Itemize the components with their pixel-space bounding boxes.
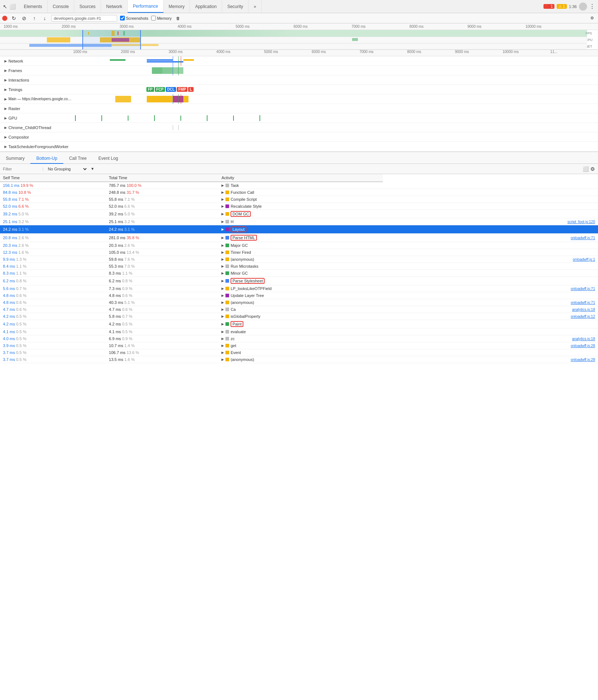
table-row[interactable]: 3.7 ms 0.5 %13.5 ms 1.6 % ▶ (anonymous)o…: [0, 356, 598, 363]
cell-link[interactable]: onloadwff.js:28: [383, 356, 598, 363]
tab-sources[interactable]: Sources: [74, 0, 101, 13]
cell-link[interactable]: onloadwff.js:12: [383, 313, 598, 320]
track-gpu-label[interactable]: ▶ GPU: [0, 116, 73, 120]
expand-arrow[interactable]: ▶: [4, 107, 7, 110]
filter-input[interactable]: [3, 167, 40, 171]
th-total-time[interactable]: Total Time: [106, 174, 219, 182]
table-row[interactable]: 9.9 ms 1.3 %59.8 ms 7.6 % ▶ (anonymous)o…: [0, 256, 598, 263]
table-row[interactable]: 24.2 ms 3.1 %24.2 ms 3.1 % ▶ Layout: [0, 225, 598, 234]
cell-link[interactable]: onloadwff.js:28: [383, 342, 598, 349]
tab-elements[interactable]: Elements: [19, 0, 48, 13]
track-raster-label[interactable]: ▶ Raster: [0, 106, 73, 111]
cell-link[interactable]: onloadwff.js:71: [383, 234, 598, 242]
table-row[interactable]: 3.9 ms 0.5 %10.7 ms 1.4 % ▶ getonloadwff…: [0, 342, 598, 349]
menu-icon[interactable]: ⋮: [589, 3, 595, 10]
refresh-button[interactable]: ↻: [10, 15, 18, 22]
table-row[interactable]: 25.1 ms 3.2 %25.1 ms 3.2 % ▶ Hscript_foo…: [0, 218, 598, 225]
track-compositor-label[interactable]: ▶ Compositor: [0, 135, 73, 139]
cell-link[interactable]: [383, 225, 598, 234]
table-row[interactable]: 4.8 ms 0.6 %40.3 ms 5.1 % ▶ (anonymous)o…: [0, 299, 598, 306]
screenshots-checkbox[interactable]: [120, 16, 125, 20]
cell-link[interactable]: [383, 203, 598, 210]
cell-link[interactable]: [383, 189, 598, 196]
table-row[interactable]: 4.8 ms 0.6 %4.8 ms 0.6 % ▶ Update Layer …: [0, 292, 598, 299]
tab-summary[interactable]: Summary: [0, 154, 30, 164]
screenshots-checkbox-label[interactable]: Screenshots: [120, 16, 148, 20]
cell-link[interactable]: [383, 242, 598, 249]
profile-icon[interactable]: [579, 3, 587, 11]
cell-link[interactable]: [383, 320, 598, 328]
cell-link[interactable]: onloadwff.js:71: [383, 285, 598, 292]
table-row[interactable]: 20.3 ms 2.6 %20.3 ms 2.6 % ▶ Major GC: [0, 242, 598, 249]
collapse-icon[interactable]: ⬜: [583, 166, 589, 172]
table-row[interactable]: 84.8 ms 10.8 %248.8 ms 31.7 % ▶ Function…: [0, 189, 598, 196]
table-row[interactable]: 4.2 ms 0.5 %5.8 ms 0.7 % ▶ isGlobalPrope…: [0, 313, 598, 320]
table-row[interactable]: 8.4 ms 1.1 %55.3 ms 7.0 % ▶ Run Microtas…: [0, 263, 598, 270]
upload-button[interactable]: ↑: [31, 15, 38, 22]
tab-security[interactable]: Security: [222, 0, 248, 13]
expand-arrow[interactable]: ▶: [4, 97, 7, 101]
cell-link[interactable]: [383, 196, 598, 203]
track-timings-label[interactable]: ▶ Timings: [0, 87, 73, 92]
tab-console[interactable]: Console: [48, 0, 74, 13]
settings-button[interactable]: ⚙: [588, 15, 596, 22]
th-self-time[interactable]: Self Time: [0, 174, 106, 182]
cell-link[interactable]: onloadwff.js:1: [383, 256, 598, 263]
stop-button[interactable]: ⊘: [20, 15, 28, 22]
table-row[interactable]: 12.3 ms 1.6 %105.0 ms 13.4 % ▶ Timer Fir…: [0, 249, 598, 256]
track-main-label[interactable]: ▶ Main — https://developers.google.com/w…: [0, 97, 73, 101]
cell-link[interactable]: [383, 277, 598, 285]
expand-arrow[interactable]: ▶: [4, 88, 7, 91]
device-icon[interactable]: ⬜: [10, 4, 16, 10]
table-row[interactable]: 4.7 ms 0.6 %4.7 ms 0.6 % ▶ Caanalytics.j…: [0, 306, 598, 313]
cell-link[interactable]: analytics.js:18: [383, 335, 598, 342]
memory-checkbox[interactable]: [151, 16, 156, 20]
expand-arrow[interactable]: ▶: [4, 59, 7, 63]
cell-link[interactable]: [383, 270, 598, 277]
track-frames-label[interactable]: ▶ Frames: [0, 68, 73, 73]
grouping-select[interactable]: No Grouping Group by Activity Group by C…: [46, 166, 88, 172]
cursor-icon[interactable]: ↖: [3, 4, 7, 10]
tab-call-tree[interactable]: Call Tree: [63, 154, 93, 164]
track-network-label[interactable]: ▶ Network: [0, 59, 73, 63]
cell-link[interactable]: [383, 249, 598, 256]
cell-link[interactable]: [383, 328, 598, 335]
table-row[interactable]: 52.0 ms 6.6 %52.0 ms 6.6 % ▶ Recalculate…: [0, 203, 598, 210]
table-row[interactable]: 3.7 ms 0.5 %106.7 ms 13.6 % ▶ Event: [0, 349, 598, 356]
expand-arrow[interactable]: ▶: [4, 126, 7, 129]
cell-link[interactable]: [383, 292, 598, 299]
cell-link[interactable]: [383, 182, 598, 189]
tab-bottom-up[interactable]: Bottom-Up: [30, 154, 63, 164]
tab-event-log[interactable]: Event Log: [93, 154, 124, 164]
tab-application[interactable]: Application: [190, 0, 222, 13]
table-row[interactable]: 39.2 ms 5.0 %39.2 ms 5.0 % ▶ DOM GC: [0, 210, 598, 218]
table-row[interactable]: 8.3 ms 1.1 %8.3 ms 1.1 % ▶ Minor GC: [0, 270, 598, 277]
cell-link[interactable]: onloadwff.js:71: [383, 299, 598, 306]
track-taskscheduler-label[interactable]: ▶ TaskSchedulerForegroundWorker: [0, 144, 73, 149]
cell-link[interactable]: [383, 263, 598, 270]
table-row[interactable]: 5.6 ms 0.7 %7.3 ms 0.9 % ▶ LP_looksLikeO…: [0, 285, 598, 292]
table-row[interactable]: 156.1 ms 19.9 %785.7 ms 100.0 % ▶ Task: [0, 182, 598, 189]
table-row[interactable]: 6.2 ms 0.8 %6.2 ms 0.8 % ▶ Parse Stylesh…: [0, 277, 598, 285]
tab-more[interactable]: »: [248, 0, 262, 13]
table-row[interactable]: 55.8 ms 7.1 %55.8 ms 7.1 % ▶ Compile Scr…: [0, 196, 598, 203]
data-table-container[interactable]: Self Time Total Time Activity 156.1 ms 1…: [0, 174, 598, 452]
table-row[interactable]: 4.0 ms 0.5 %6.9 ms 0.9 % ▶ zcanalytics.j…: [0, 335, 598, 342]
record-button[interactable]: [2, 16, 7, 21]
tab-memory[interactable]: Memory: [164, 0, 190, 13]
table-row[interactable]: 20.8 ms 2.6 %281.0 ms 35.8 % ▶ Parse HTM…: [0, 234, 598, 242]
expand-arrow[interactable]: ▶: [4, 116, 7, 120]
cell-link[interactable]: analytics.js:18: [383, 306, 598, 313]
expand-arrow[interactable]: ▶: [4, 135, 7, 139]
expand-arrow[interactable]: ▶: [4, 69, 7, 72]
expand-arrow[interactable]: ▶: [4, 78, 7, 82]
expand-arrow[interactable]: ▶: [4, 145, 7, 148]
track-chrome-child-label[interactable]: ▶ Chrome_ChildIOThread: [0, 125, 73, 130]
settings-icon[interactable]: ⚙: [590, 166, 595, 172]
overview-canvas[interactable]: [0, 30, 587, 50]
table-row[interactable]: 4.2 ms 0.5 %4.2 ms 0.5 % ▶ Paint: [0, 320, 598, 328]
table-row[interactable]: 4.1 ms 0.5 %4.1 ms 0.5 % ▶ evaluate: [0, 328, 598, 335]
tab-network[interactable]: Network: [101, 0, 128, 13]
trash-button[interactable]: 🗑: [175, 15, 182, 22]
cell-link[interactable]: script_foot.js:120: [383, 218, 598, 225]
